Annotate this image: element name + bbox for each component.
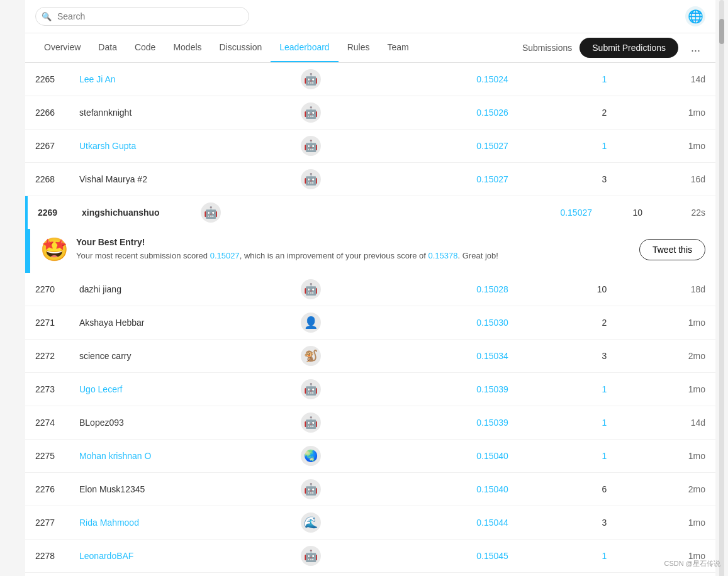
name-cell: dazhi jiang [69, 273, 291, 306]
avatar-icon: 🌊 [301, 512, 321, 533]
table-row: 2272 science carry 🐒 0.15034 3 2mo [25, 340, 715, 373]
avatar-cell: 🤖 [291, 163, 331, 196]
submissions-link[interactable]: Submissions [522, 43, 572, 53]
avatar-cell: 🤖 [291, 273, 331, 306]
name-cell: Elon Musk12345 [69, 473, 291, 506]
avatar-cell: 🤖 [291, 473, 331, 506]
name-cell: Vishal Maurya #2 [69, 163, 291, 196]
highlighted-entries: 10 [605, 208, 655, 218]
table-row: 2271 Akshaya Hebbar 👤 0.15030 2 1mo [25, 306, 715, 340]
tab-models[interactable]: Models [164, 33, 210, 62]
highlighted-rank: 2269 [38, 208, 82, 218]
score-cell: 0.15024 [371, 63, 518, 96]
tab-discussion[interactable]: Discussion [211, 33, 271, 62]
watermark: CSDN @星石传说 [664, 559, 720, 568]
table-row: 2276 Elon Musk12345 🤖 0.15040 6 2mo [25, 473, 715, 506]
highlighted-score: 0.15027 [227, 208, 605, 218]
more-button[interactable]: ... [686, 39, 705, 57]
score-cell: 0.15040 [371, 473, 518, 506]
table-row: 2279 Siri Paramesh ⚫ 0.15047 1 1mo [25, 573, 715, 577]
avatar-cell: 🤖 [291, 63, 331, 96]
avatar-cell: 🌏 [291, 440, 331, 473]
entries-cell: 3 [518, 163, 617, 196]
avatar-cell: 🤖 [291, 406, 331, 440]
search-icon: 🔍 [42, 12, 52, 21]
rank-cell: 2277 [25, 506, 69, 540]
tab-data[interactable]: Data [89, 33, 126, 62]
rank-cell: 2275 [25, 440, 69, 473]
entries-cell[interactable]: 1 [518, 63, 617, 96]
entries-cell[interactable]: 1 [518, 406, 617, 440]
rank-cell: 2268 [25, 163, 69, 196]
submit-predictions-button[interactable]: Submit Predictions [580, 38, 678, 58]
entries-cell[interactable]: 1 [518, 540, 617, 573]
best-entry-banner: 🤩 Your Best Entry! Your most recent subm… [28, 229, 715, 273]
name-cell[interactable]: Utkarsh Gupta [69, 130, 291, 163]
tab-leaderboard[interactable]: Leaderboard [271, 33, 338, 62]
desc-mid: , which is an improvement of your previo… [240, 251, 428, 260]
highlighted-section: 2269 xingshichuanshuo 🤖 0.15027 10 22s 🤩… [25, 196, 715, 273]
score-cell: 0.15047 [371, 573, 518, 577]
entries-cell[interactable]: 1 [518, 440, 617, 473]
entries-cell: 2 [518, 96, 617, 130]
rank-cell: 2273 [25, 373, 69, 406]
time-cell: 1mo [617, 96, 715, 130]
name-cell[interactable]: LeonardoBAF [69, 540, 291, 573]
tab-rules[interactable]: Rules [339, 33, 379, 62]
time-cell: 14d [617, 406, 715, 440]
table-row: 2277 Rida Mahmood 🌊 0.15044 3 1mo [25, 506, 715, 540]
rank-cell: 2265 [25, 63, 69, 96]
name-cell: Akshaya Hebbar [69, 306, 291, 340]
nav-tabs: Overview Data Code Models Discussion Lea… [25, 33, 715, 63]
table-row: 2267 Utkarsh Gupta 🤖 0.15027 1 1mo [25, 130, 715, 163]
tweet-button[interactable]: Tweet this [639, 239, 705, 260]
entries-cell: 10 [518, 273, 617, 306]
avatar-icon: 🐒 [301, 346, 321, 366]
tab-code[interactable]: Code [126, 33, 164, 62]
avatar-icon: 🌏 [301, 446, 321, 466]
desc-post: . Great job! [458, 251, 498, 260]
avatar-icon: 🤖 [201, 202, 221, 223]
time-cell: 1mo [617, 306, 715, 340]
score-cell: 0.15040 [371, 440, 518, 473]
entries-cell: 2 [518, 306, 617, 340]
entries-cell[interactable]: 1 [518, 373, 617, 406]
score-cell: 0.15034 [371, 340, 518, 373]
time-cell: 1mo [617, 506, 715, 540]
score-cell: 0.15039 [371, 406, 518, 440]
nav-actions: Submissions Submit Predictions ... [522, 38, 705, 58]
name-cell[interactable]: Rida Mahmood [69, 506, 291, 540]
avatar-cell: 🤖 [291, 540, 331, 573]
avatar-cell: 🐒 [291, 340, 331, 373]
table-row: 2274 BLopez093 🤖 0.15039 1 14d [25, 406, 715, 440]
time-cell: 2mo [617, 473, 715, 506]
avatar-cell: 🤖 [291, 373, 331, 406]
entries-cell[interactable]: 1 [518, 130, 617, 163]
avatar-icon: 🤖 [301, 279, 321, 299]
name-cell[interactable]: Mohan krishnan O [69, 440, 291, 473]
leaderboard-table: 2265 Lee Ji An 🤖 0.15024 1 14d 2266 stef… [25, 63, 715, 196]
avatar-icon: 🤖 [301, 546, 321, 566]
rank-cell: 2271 [25, 306, 69, 340]
avatar-cell: 🤖 [291, 130, 331, 163]
scrollbar[interactable] [715, 0, 728, 576]
name-cell[interactable]: Ugo Lecerf [69, 373, 291, 406]
table-row: 2268 Vishal Maurya #2 🤖 0.15027 3 16d [25, 163, 715, 196]
entries-cell[interactable]: 1 [518, 573, 617, 577]
score-cell: 0.15027 [371, 163, 518, 196]
search-input[interactable] [35, 7, 249, 26]
time-cell: 1mo [617, 130, 715, 163]
best-entry-text: Your Best Entry! Your most recent submis… [76, 237, 632, 262]
tab-team[interactable]: Team [378, 33, 417, 62]
highlighted-time: 22s [655, 208, 705, 218]
score-cell: 0.15027 [371, 130, 518, 163]
table-row: 2265 Lee Ji An 🤖 0.15024 1 14d [25, 63, 715, 96]
rank-cell: 2272 [25, 340, 69, 373]
table-row: 2278 LeonardoBAF 🤖 0.15045 1 1mo [25, 540, 715, 573]
name-cell[interactable]: Lee Ji An [69, 63, 291, 96]
table-row: 2275 Mohan krishnan O 🌏 0.15040 1 1mo [25, 440, 715, 473]
avatar: 🌐 [685, 6, 705, 26]
rank-cell: 2266 [25, 96, 69, 130]
tab-overview[interactable]: Overview [35, 33, 89, 62]
table-row: 2266 stefannknight 🤖 0.15026 2 1mo [25, 96, 715, 130]
